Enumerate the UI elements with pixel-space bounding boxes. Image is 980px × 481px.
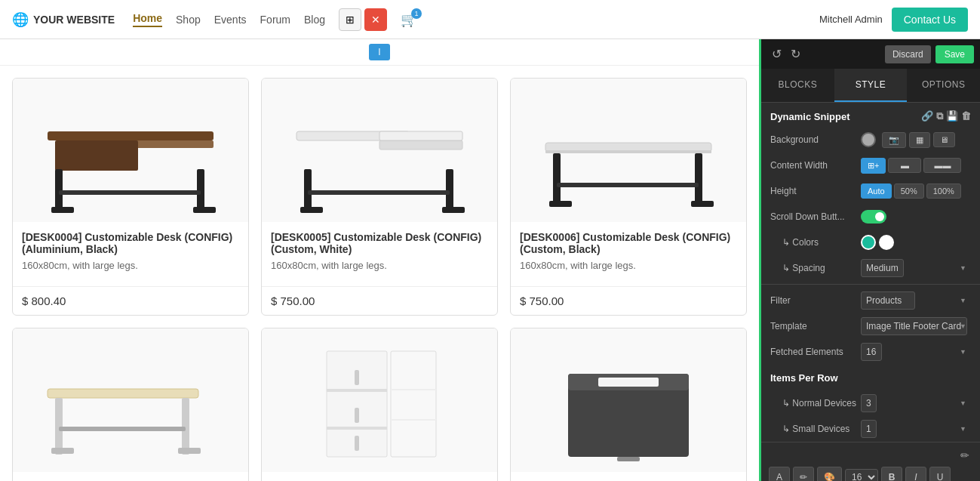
tab-blocks[interactable]: BLOCKS bbox=[761, 69, 834, 102]
label-height: Height bbox=[770, 186, 861, 196]
bg-camera-btn[interactable]: 📷 bbox=[882, 132, 906, 148]
tab-options[interactable]: OPTIONS bbox=[907, 69, 980, 102]
svg-rect-20 bbox=[549, 201, 572, 207]
snippet-drag-handle[interactable]: I bbox=[369, 44, 390, 60]
label-filter: Filter bbox=[770, 295, 861, 306]
normal-devices-select[interactable]: 3 1 2 4 bbox=[861, 394, 877, 412]
height-100[interactable]: 100% bbox=[926, 183, 961, 199]
width-btn-med[interactable]: ▬ bbox=[888, 158, 921, 173]
product-title-3: [DESK0006] Customizable Desk (CONFIG) (C… bbox=[520, 231, 737, 255]
svg-rect-10 bbox=[379, 131, 462, 140]
row-scroll-down: Scroll Down Butt... bbox=[761, 204, 980, 230]
row-template: Template Image Title Footer Card Simple … bbox=[761, 313, 980, 339]
spacing-select[interactable]: Medium Small Large bbox=[861, 259, 904, 277]
bg-color-pick[interactable] bbox=[861, 132, 876, 147]
row-filter: Filter Products Blog Posts Events bbox=[761, 288, 980, 313]
width-btn-expand[interactable]: ⊞+ bbox=[861, 158, 886, 174]
tb-bold-btn[interactable]: B bbox=[881, 467, 902, 481]
sidebar-title-icons: 🔗 ⧉ 💾 🗑 bbox=[921, 110, 971, 122]
tb-underline-btn[interactable]: U bbox=[929, 467, 951, 481]
product-image-3 bbox=[511, 79, 746, 222]
save-snippet-icon[interactable]: 💾 bbox=[946, 110, 958, 122]
svg-rect-1 bbox=[131, 140, 214, 148]
tb-italic-btn[interactable]: I bbox=[905, 467, 926, 481]
tb-color-btn[interactable]: 🎨 bbox=[817, 467, 842, 481]
undo-button[interactable]: ↺ bbox=[767, 44, 786, 64]
svg-rect-12 bbox=[446, 169, 453, 211]
product-price-1: $ 800.40 bbox=[13, 286, 248, 315]
row-spacing: ↳ Spacing Medium Small Large bbox=[761, 255, 980, 281]
link-icon[interactable]: 🔗 bbox=[921, 110, 933, 122]
discard-button[interactable]: Discard bbox=[885, 45, 931, 63]
scroll-down-toggle[interactable] bbox=[861, 210, 886, 224]
svg-rect-6 bbox=[193, 207, 216, 213]
row-small-devices: ↳ Small Devices 1 2 3 bbox=[761, 416, 980, 442]
height-auto[interactable]: Auto bbox=[861, 183, 892, 199]
color-controls bbox=[861, 235, 971, 250]
row-content-width: Content Width ⊞+ ▬ ▬▬ bbox=[761, 153, 980, 178]
delete-icon-btn[interactable]: ✕ bbox=[364, 8, 387, 31]
fetched-elements-select[interactable]: 16 8 24 32 bbox=[861, 343, 882, 361]
tb-edit-btn[interactable]: ✏ bbox=[793, 467, 814, 481]
product-info-1: [DESK0004] Customizable Desk (CONFIG) (A… bbox=[13, 222, 248, 286]
contact-button[interactable]: Contact Us bbox=[892, 8, 968, 32]
product-image-6 bbox=[511, 328, 746, 472]
normal-devices-select-wrapper: 3 1 2 4 bbox=[861, 394, 971, 412]
product-price-3: $ 750.00 bbox=[511, 286, 746, 315]
product-info-3: [DESK0006] Customizable Desk (CONFIG) (C… bbox=[511, 222, 746, 286]
svg-rect-35 bbox=[391, 351, 436, 457]
height-controls: Auto 50% 100% bbox=[861, 183, 971, 199]
small-devices-select-wrapper: 1 2 3 bbox=[861, 420, 971, 438]
sidebar: ↺ ↻ Discard Save BLOCKS STYLE OPTIONS Dy… bbox=[761, 39, 980, 481]
tb-text-btn[interactable]: A bbox=[769, 467, 790, 481]
redo-button[interactable]: ↻ bbox=[786, 44, 805, 64]
svg-rect-27 bbox=[178, 448, 201, 454]
product-card-6 bbox=[510, 328, 747, 481]
height-50[interactable]: 50% bbox=[894, 183, 924, 199]
nav-blog[interactable]: Blog bbox=[304, 14, 325, 26]
svg-rect-24 bbox=[55, 398, 63, 455]
svg-rect-5 bbox=[51, 207, 74, 213]
bg-monitor-btn[interactable]: 🖥 bbox=[933, 132, 955, 147]
svg-rect-25 bbox=[182, 398, 189, 455]
sidebar-top-actions: ↺ ↻ Discard Save bbox=[761, 39, 980, 69]
svg-rect-33 bbox=[355, 408, 359, 423]
color-dot-teal[interactable] bbox=[861, 235, 876, 250]
label-content-width: Content Width bbox=[770, 160, 861, 171]
globe-icon: 🌐 bbox=[12, 11, 29, 28]
svg-rect-30 bbox=[327, 389, 387, 392]
small-devices-select[interactable]: 1 2 3 bbox=[861, 420, 877, 438]
nav-events[interactable]: Events bbox=[214, 14, 247, 26]
svg-rect-22 bbox=[557, 183, 699, 187]
filter-select[interactable]: Products Blog Posts Events bbox=[861, 291, 915, 310]
tab-style[interactable]: STYLE bbox=[834, 69, 908, 102]
label-background: Background bbox=[770, 134, 861, 145]
delete-snippet-icon[interactable]: 🗑 bbox=[961, 110, 971, 122]
row-items-per-row-header: Items Per Row bbox=[761, 365, 980, 390]
svg-rect-37 bbox=[391, 419, 436, 421]
cart-icon[interactable]: 🛒1 bbox=[401, 11, 417, 28]
product-title-1: [DESK0004] Customizable Desk (CONFIG) (A… bbox=[22, 231, 239, 255]
bg-grid-btn[interactable]: ▦ bbox=[909, 132, 930, 148]
svg-rect-31 bbox=[327, 427, 387, 430]
brand: 🌐 YOUR WEBSITE bbox=[12, 11, 115, 28]
nav-right: Mitchell Admin Contact Us bbox=[819, 8, 968, 32]
template-select-wrapper: Image Title Footer Card Simple Card bbox=[861, 317, 971, 335]
color-dot-white[interactable] bbox=[879, 235, 894, 250]
template-select[interactable]: Image Title Footer Card Simple Card bbox=[861, 317, 967, 335]
save-button[interactable]: Save bbox=[935, 45, 974, 63]
width-btn-full[interactable]: ▬▬ bbox=[923, 158, 961, 173]
copy-icon[interactable]: ⧉ bbox=[936, 110, 943, 122]
product-info-2: [DESK0005] Customizable Desk (CONFIG) (C… bbox=[262, 222, 497, 286]
tb-font-size-select[interactable]: 16 12 14 18 24 bbox=[845, 469, 878, 481]
product-info-5 bbox=[262, 472, 497, 481]
nav-shop[interactable]: Shop bbox=[176, 14, 201, 26]
row-height: Height Auto 50% 100% bbox=[761, 178, 980, 204]
nav-user[interactable]: Mitchell Admin bbox=[819, 14, 883, 25]
nav-home[interactable]: Home bbox=[133, 12, 162, 27]
nav-forum[interactable]: Forum bbox=[260, 14, 290, 26]
grid-icon-btn[interactable]: ⊞ bbox=[339, 8, 361, 31]
svg-rect-17 bbox=[545, 150, 711, 153]
svg-rect-13 bbox=[300, 207, 323, 213]
nav-links: Home Shop Events Forum Blog ⊞ ✕ 🛒1 bbox=[133, 8, 417, 31]
